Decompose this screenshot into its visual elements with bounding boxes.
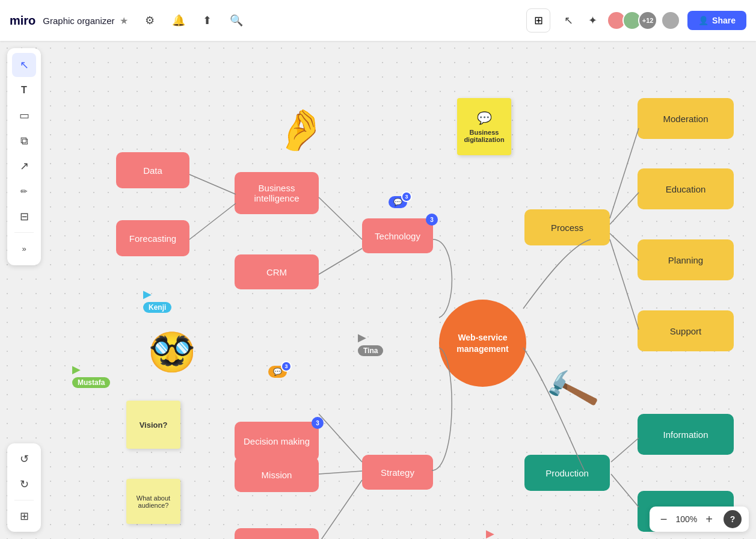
avatar-self	[661, 11, 680, 30]
undo-button[interactable]: ↺	[12, 447, 36, 471]
information-node[interactable]: Information	[638, 414, 734, 455]
support-node[interactable]: Support	[638, 310, 734, 351]
business-digitalization-sticky[interactable]: 💬 Business digitalization	[457, 98, 511, 155]
notifications-icon[interactable]: 🔔	[169, 11, 188, 30]
pen-tool-button[interactable]: ✏	[12, 179, 36, 203]
audience-sticky[interactable]: What about audience?	[126, 479, 180, 524]
zoom-level-display: 100%	[676, 514, 698, 524]
svg-line-10	[610, 239, 639, 330]
decision-chat-icon[interactable]: 💬 3	[268, 366, 287, 378]
technology-chat-badge: 3	[426, 214, 438, 226]
panel-toggle-button[interactable]: ⊞	[12, 504, 36, 528]
favorite-star-icon[interactable]: ★	[120, 15, 128, 26]
forecasting-node[interactable]: Forecasting	[116, 220, 189, 256]
bottom-divider	[14, 500, 34, 500]
strategy-node[interactable]: Strategy	[362, 455, 433, 490]
technology-node[interactable]: 3 Technology	[362, 218, 433, 253]
header-right: ⊞ ↖ ✦ +12 👤 Share	[526, 8, 746, 32]
avatar-count[interactable]: +12	[638, 11, 657, 30]
svg-line-11	[611, 438, 639, 462]
zoom-in-button[interactable]: +	[702, 511, 716, 528]
sticky-icon: 💬	[477, 111, 492, 125]
mission-node[interactable]: Mission	[235, 457, 319, 492]
svg-line-2	[319, 197, 362, 239]
production-node[interactable]: Production	[524, 455, 610, 491]
bottom-left-toolbar: ↺ ↻ ⊞	[7, 443, 41, 532]
svg-line-1	[189, 203, 236, 239]
vision-sticky[interactable]: Vision?	[126, 401, 180, 449]
svg-line-9	[610, 233, 639, 260]
select-tool-button[interactable]: ↖	[12, 53, 36, 77]
decision-making-node[interactable]: 3 Decision making	[235, 422, 319, 461]
svg-line-7	[610, 128, 639, 218]
moderation-node[interactable]: Moderation	[638, 98, 734, 139]
svg-line-5	[319, 471, 362, 474]
frame-tool-button[interactable]: ⊟	[12, 205, 36, 229]
business-intelligence-node[interactable]: Business intelligence	[235, 172, 319, 214]
shapes-tool-button[interactable]: ⧉	[12, 129, 36, 153]
data-node[interactable]: Data	[116, 152, 189, 188]
help-button[interactable]: ?	[724, 510, 742, 528]
zoom-out-button[interactable]: −	[657, 511, 671, 528]
share-icon: 👤	[698, 16, 708, 25]
decision-making-chat-badge: 3	[312, 417, 324, 429]
export-icon[interactable]: ⬆	[198, 11, 217, 30]
search-icon[interactable]: 🔍	[227, 11, 246, 30]
crm-node[interactable]: CRM	[235, 254, 319, 289]
cursor-mustafa: ▶ Mustafa	[72, 363, 110, 388]
zoom-controls: − 100% + ?	[650, 507, 749, 532]
board-title: Graphic organizer	[43, 16, 114, 26]
grid-view-button[interactable]: ⊞	[526, 8, 550, 32]
planning-node[interactable]: Planning	[638, 239, 734, 280]
cursor-maggie: ▶ Maggie	[486, 527, 521, 539]
cursor-tools: ↖ ✦	[558, 10, 603, 31]
market-node[interactable]: Market	[235, 528, 319, 539]
header: miro Graphic organizer ★ ⚙ 🔔 ⬆ 🔍 ⊞ ↖ ✦ +…	[0, 0, 756, 41]
text-tool-button[interactable]: T	[12, 78, 36, 102]
toolbar-divider	[14, 232, 34, 233]
svg-line-4	[319, 414, 362, 462]
comment-cursor-button[interactable]: ✦	[582, 10, 603, 31]
center-node[interactable]: Web-service management	[439, 300, 526, 387]
svg-line-6	[319, 480, 362, 539]
collaborator-avatars: +12	[610, 11, 680, 30]
settings-icon[interactable]: ⚙	[140, 11, 159, 30]
svg-line-8	[610, 192, 639, 224]
left-toolbar: ↖ T ▭ ⧉ ↗ ✏ ⊟ »	[7, 48, 41, 265]
svg-line-0	[189, 174, 236, 194]
hammer-sticker: 🔨	[541, 362, 602, 421]
more-tools-button[interactable]: »	[12, 236, 36, 260]
technology-chat-icon[interactable]: 💬 3	[389, 196, 407, 208]
header-actions: ⚙ 🔔 ⬆ 🔍	[140, 11, 246, 30]
line-tool-button[interactable]: ↗	[12, 154, 36, 178]
sticky-tool-button[interactable]: ▭	[12, 103, 36, 128]
education-node[interactable]: Education	[638, 168, 734, 209]
process-node[interactable]: Process	[524, 209, 610, 245]
svg-line-3	[319, 248, 362, 274]
cursor-tina: ▶ Tina	[358, 331, 383, 356]
miro-logo: miro	[10, 14, 35, 28]
canvas[interactable]: Web-service management Data Forecasting …	[0, 41, 756, 539]
glasses-sticker: 🥸	[148, 330, 196, 375]
redo-button[interactable]: ↻	[12, 472, 36, 496]
cursor-kenji: ▶ Kenji	[143, 288, 171, 313]
hand-sticker: 🤌	[273, 103, 328, 156]
pointer-tool-button[interactable]: ↖	[558, 10, 579, 31]
svg-line-12	[611, 474, 639, 507]
share-button[interactable]: 👤 Share	[687, 11, 746, 30]
